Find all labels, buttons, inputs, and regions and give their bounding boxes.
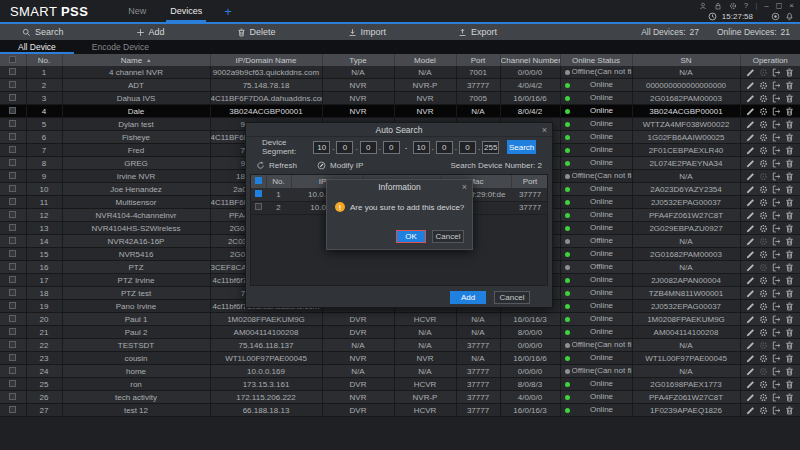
row-checkbox[interactable]: [9, 81, 16, 88]
row-checkbox[interactable]: [9, 315, 16, 322]
config-gear-icon[interactable]: [759, 393, 768, 402]
logout-icon[interactable]: [772, 81, 781, 90]
edit-pencil-icon[interactable]: [746, 120, 755, 129]
header-ip[interactable]: IP/Domain Name: [210, 54, 322, 66]
logout-icon[interactable]: [772, 120, 781, 129]
edit-pencil-icon[interactable]: [746, 315, 755, 324]
result-checkbox[interactable]: [255, 203, 262, 210]
row-checkbox[interactable]: [9, 159, 16, 166]
logout-icon[interactable]: [772, 367, 781, 376]
search-button[interactable]: Search: [22, 27, 64, 37]
edit-pencil-icon[interactable]: [746, 185, 755, 194]
config-gear-icon[interactable]: [759, 406, 768, 415]
table-row[interactable]: 20 Paul 1 1M0208FPAEKUM9G DVR HCVR N/A 1…: [0, 313, 800, 326]
user-icon[interactable]: [699, 2, 707, 10]
close-button[interactable]: ×: [789, 1, 794, 11]
delete-trash-icon[interactable]: [785, 315, 794, 324]
results-select-all-checkbox[interactable]: [255, 177, 262, 184]
logout-icon[interactable]: [772, 159, 781, 168]
table-row[interactable]: 2 ADT 75.148.78.18 NVR NVR-P 37777 4/0/4…: [0, 79, 800, 92]
header-port[interactable]: Port: [456, 54, 500, 66]
row-checkbox[interactable]: [9, 406, 16, 413]
row-checkbox[interactable]: [9, 198, 16, 205]
config-gear-icon[interactable]: [759, 367, 768, 376]
table-row[interactable]: 27 test 12 66.188.18.13 DVR HCVR 37777 1…: [0, 404, 800, 417]
table-row[interactable]: 25 ron 173.15.3.161 DVR HCVR 37777 8/0/8…: [0, 378, 800, 391]
delete-trash-icon[interactable]: [785, 68, 794, 77]
config-gear-icon[interactable]: [759, 263, 768, 272]
results-header-no[interactable]: No.: [266, 175, 291, 188]
delete-trash-icon[interactable]: [785, 341, 794, 350]
table-row[interactable]: 23 cousin WT1L00F97PAE00045 NVR NVR N/A …: [0, 352, 800, 365]
delete-trash-icon[interactable]: [785, 94, 794, 103]
row-checkbox[interactable]: [9, 289, 16, 296]
logout-icon[interactable]: [772, 406, 781, 415]
row-checkbox[interactable]: [9, 276, 16, 283]
results-header-port[interactable]: Port: [511, 175, 548, 188]
delete-trash-icon[interactable]: [785, 81, 794, 90]
logout-icon[interactable]: [772, 250, 781, 259]
delete-button[interactable]: Delete: [237, 27, 276, 37]
logout-icon[interactable]: [772, 107, 781, 116]
alarm-bell-icon[interactable]: [785, 12, 794, 21]
logout-icon[interactable]: [772, 185, 781, 194]
segment-search-button[interactable]: Search: [507, 140, 536, 154]
edit-pencil-icon[interactable]: [746, 198, 755, 207]
row-checkbox[interactable]: [9, 380, 16, 387]
add-device-button[interactable]: Add: [450, 291, 486, 304]
info-cancel-button[interactable]: Cancel: [432, 230, 464, 243]
delete-trash-icon[interactable]: [785, 146, 794, 155]
logout-icon[interactable]: [772, 380, 781, 389]
row-checkbox[interactable]: [9, 341, 16, 348]
config-gear-icon[interactable]: [759, 68, 768, 77]
edit-pencil-icon[interactable]: [746, 276, 755, 285]
config-gear-icon[interactable]: [759, 107, 768, 116]
row-checkbox[interactable]: [9, 263, 16, 270]
config-gear-icon[interactable]: [759, 289, 768, 298]
logout-icon[interactable]: [772, 146, 781, 155]
config-gear-icon[interactable]: [759, 341, 768, 350]
row-checkbox[interactable]: [9, 120, 16, 127]
config-gear-icon[interactable]: [759, 237, 768, 246]
logout-icon[interactable]: [772, 393, 781, 402]
row-checkbox[interactable]: [9, 133, 16, 140]
header-model[interactable]: Model: [394, 54, 456, 66]
logout-icon[interactable]: [772, 302, 781, 311]
header-name[interactable]: Name▲: [62, 54, 210, 66]
table-row[interactable]: 24 home 10.0.0.169 N/A N/A 37777 0/0/0/0…: [0, 365, 800, 378]
import-button[interactable]: Import: [348, 27, 387, 37]
minimize-button[interactable]: –: [764, 1, 768, 11]
delete-trash-icon[interactable]: [785, 237, 794, 246]
table-row[interactable]: 3 Dahua IVS 4C11BF6F7D0A.dahuaddns.com N…: [0, 92, 800, 105]
delete-trash-icon[interactable]: [785, 172, 794, 181]
edit-pencil-icon[interactable]: [746, 354, 755, 363]
header-sn[interactable]: SN: [632, 54, 740, 66]
row-checkbox[interactable]: [9, 107, 16, 114]
header-channel[interactable]: Channel Number: [500, 54, 560, 66]
logout-icon[interactable]: [772, 68, 781, 77]
settings-gear-icon[interactable]: [729, 2, 737, 10]
help-icon[interactable]: ?: [744, 1, 748, 11]
row-checkbox[interactable]: [9, 367, 16, 374]
logout-icon[interactable]: [772, 172, 781, 181]
edit-pencil-icon[interactable]: [746, 289, 755, 298]
row-checkbox[interactable]: [9, 224, 16, 231]
row-checkbox[interactable]: [9, 250, 16, 257]
config-gear-icon[interactable]: [759, 302, 768, 311]
delete-trash-icon[interactable]: [785, 367, 794, 376]
edit-pencil-icon[interactable]: [746, 406, 755, 415]
row-checkbox[interactable]: [9, 68, 16, 75]
delete-trash-icon[interactable]: [785, 328, 794, 337]
config-gear-icon[interactable]: [759, 172, 768, 181]
row-checkbox[interactable]: [9, 328, 16, 335]
table-row[interactable]: 1 4 channel NVR 9002a9b9cf63.quickddns.c…: [0, 66, 800, 79]
header-type[interactable]: Type: [322, 54, 394, 66]
logout-icon[interactable]: [772, 198, 781, 207]
select-all-checkbox[interactable]: [9, 56, 16, 63]
edit-pencil-icon[interactable]: [746, 94, 755, 103]
delete-trash-icon[interactable]: [785, 198, 794, 207]
config-gear-icon[interactable]: [759, 94, 768, 103]
row-checkbox[interactable]: [9, 237, 16, 244]
row-checkbox[interactable]: [9, 302, 16, 309]
edit-pencil-icon[interactable]: [746, 263, 755, 272]
